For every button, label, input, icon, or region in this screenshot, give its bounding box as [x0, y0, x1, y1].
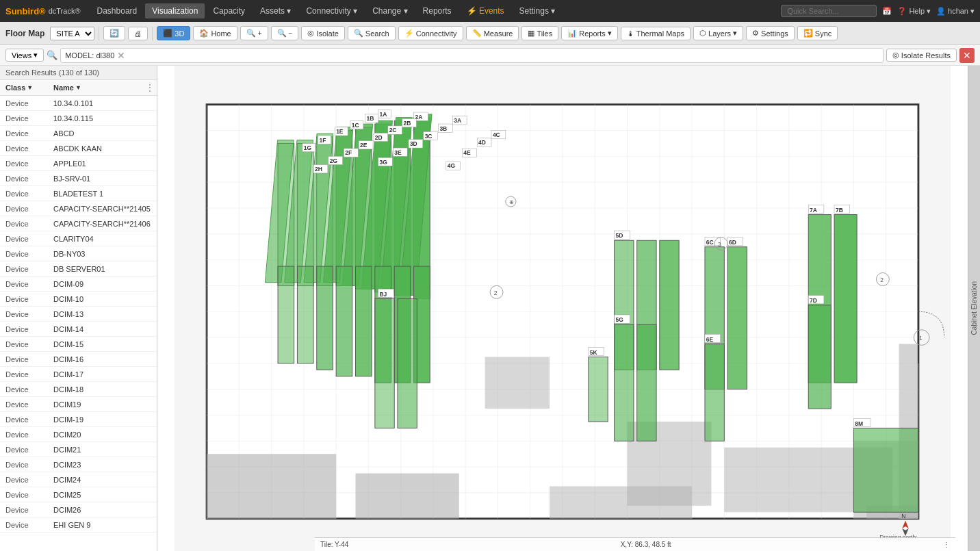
list-item[interactable]: DeviceBJ-SRV-01 [0, 171, 157, 186]
print-icon: 🖨 [134, 29, 142, 38]
list-class: Device [0, 489, 48, 500]
zoom-out-button[interactable]: 🔍− [271, 26, 299, 40]
list-class: Device [0, 444, 48, 455]
svg-rect-82 [637, 324, 656, 441]
home-button[interactable]: 🏠 Home [193, 26, 237, 40]
class-column-header[interactable]: Class ▼ [0, 81, 48, 94]
list-item[interactable]: Device10.34.0.101 [0, 96, 157, 111]
list-class: Device [0, 474, 48, 485]
toolbar: Floor Map SITE A 🔄 🖨 ⬛ 3D 🏠 Home 🔍+ 🔍− ◎… [0, 22, 980, 45]
sync-button[interactable]: 🔁 Sync [797, 26, 838, 40]
list-item[interactable]: DeviceCLARITY04 [0, 231, 157, 246]
list-item[interactable]: DeviceABCD [0, 126, 157, 141]
isolate-results-button[interactable]: ◎ Isolate Results [886, 49, 957, 62]
thermal-maps-button[interactable]: 🌡 Thermal Maps [621, 27, 691, 40]
connectivity-button[interactable]: ⚡ Connectivity [398, 26, 463, 40]
search-toggle-button[interactable]: 🔍 [47, 50, 57, 60]
list-class: Device [0, 264, 48, 274]
list-item[interactable]: DeviceABCDK KAAN [0, 141, 157, 156]
site-selector[interactable]: SITE A [50, 27, 94, 40]
nav-reports[interactable]: Reports [416, 3, 459, 18]
reports-button[interactable]: 📊 Reports ▾ [561, 26, 618, 40]
list-item[interactable]: DeviceDCIM23 [0, 457, 157, 472]
svg-text:7D: 7D [810, 297, 817, 304]
name-column-header[interactable]: Name ▼ [48, 81, 143, 94]
svg-rect-67 [336, 266, 352, 376]
list-item[interactable]: DeviceDCIM-10 [0, 292, 157, 307]
zoom-in-icon: 🔍 [246, 29, 256, 38]
nav-dashboard[interactable]: Dashboard [90, 3, 144, 18]
right-panel-cabinet-elevation[interactable]: Cabinet Elevation [968, 66, 980, 551]
list-item[interactable]: Device10.34.0.115 [0, 111, 157, 126]
views-label: Views [12, 51, 31, 60]
views-button[interactable]: Views ▾ [5, 49, 44, 62]
help-button[interactable]: ❓ Help ▾ [897, 7, 931, 16]
tiles-icon: ▦ [528, 29, 534, 38]
list-item[interactable]: DeviceDCIM-09 [0, 277, 157, 292]
svg-text:8M: 8M [855, 420, 863, 427]
measure-button[interactable]: 📏 Measure [466, 26, 519, 40]
list-item[interactable]: DeviceDCIM-19 [0, 412, 157, 427]
svg-text:2D: 2D [375, 134, 383, 141]
nav-assets[interactable]: Assets ▾ [253, 3, 298, 18]
column-more-button[interactable]: ⋮ [143, 80, 157, 95]
close-search-button[interactable]: ✕ [959, 48, 975, 63]
list-item[interactable]: DeviceDCIM21 [0, 442, 157, 457]
reports-icon: 📊 [567, 29, 577, 38]
list-item[interactable]: DeviceDCIM19 [0, 397, 157, 412]
list-item[interactable]: DeviceDCIM-15 [0, 337, 157, 352]
list-item[interactable]: DeviceAPPLE01 [0, 156, 157, 171]
list-name: DCIM-09 [48, 279, 157, 290]
list-item[interactable]: DeviceDCIM25 [0, 487, 157, 502]
svg-rect-66 [317, 266, 333, 370]
list-item[interactable]: DeviceCAPACITY-SEARCH**21405 [0, 201, 157, 216]
quick-search-input[interactable] [781, 5, 877, 17]
more-options: ⋮ [943, 541, 950, 548]
list-name: DB-NY03 [48, 248, 157, 259]
list-item[interactable]: DeviceDCIM20 [0, 427, 157, 442]
settings-button[interactable]: ⚙ Settings [746, 26, 795, 40]
svg-text:5D: 5D [616, 232, 623, 239]
main-area: Search Results (130 of 130) Class ▼ Name… [0, 66, 980, 551]
status-bar: Tile: Y-44 X,Y: 86.3, 48.5 ft ⋮ [315, 537, 955, 551]
home-icon: 🏠 [199, 29, 209, 38]
nav-change[interactable]: Change ▾ [365, 3, 414, 18]
nav-capacity[interactable]: Capacity [206, 3, 252, 18]
floor-plan-svg[interactable]: BJ 5D 5G 5K [157, 66, 968, 551]
list-item[interactable]: DeviceDB SERVER01 [0, 261, 157, 277]
list-item[interactable]: DeviceCAPACITY-SEARCH**21406 [0, 216, 157, 231]
list-item[interactable]: DeviceDCIM26 [0, 502, 157, 517]
list-class: Device [0, 294, 48, 305]
isolate-results-icon: ◎ [892, 51, 899, 60]
tiles-button[interactable]: ▦ Tiles [521, 26, 558, 40]
list-name: DCIM25 [48, 489, 157, 500]
nav-visualization[interactable]: Visualization [145, 3, 205, 18]
list-item[interactable]: DeviceDCIM-18 [0, 382, 157, 397]
floor-map-label: Floor Map [5, 29, 44, 38]
list-item[interactable]: DeviceDCIM-14 [0, 322, 157, 337]
list-item[interactable]: DeviceDCIM-16 [0, 352, 157, 367]
list-item[interactable]: DeviceBLADETEST 1 [0, 186, 157, 201]
refresh-button[interactable]: 🔄 [103, 26, 125, 40]
search-button[interactable]: 🔍 Search [348, 26, 396, 40]
floor-map-area[interactable]: BJ 5D 5G 5K [157, 66, 968, 551]
svg-text:2B: 2B [403, 120, 411, 127]
list-item[interactable]: DeviceEHI GEN 9 [0, 517, 157, 533]
list-item[interactable]: DeviceDCIM-17 [0, 367, 157, 382]
print-button[interactable]: 🖨 [128, 27, 148, 40]
3d-button[interactable]: ⬛ 3D [157, 26, 190, 40]
user-menu-button[interactable]: 👤 hchan ▾ [936, 7, 975, 16]
list-item[interactable]: DeviceDB-NY03 [0, 246, 157, 261]
list-item[interactable]: DeviceDCIM24 [0, 472, 157, 487]
search-clear-button[interactable]: ✕ [117, 50, 125, 61]
nav-settings[interactable]: Settings ▾ [513, 3, 563, 18]
list-item[interactable]: DeviceDCIM-13 [0, 307, 157, 322]
svg-rect-94 [705, 344, 724, 441]
nav-events[interactable]: ⚡ Events [460, 3, 511, 18]
layers-button[interactable]: ⬡ Layers ▾ [693, 26, 743, 40]
isolate-button[interactable]: ◎ Isolate [301, 26, 344, 40]
zoom-in-button[interactable]: 🔍+ [240, 26, 268, 40]
list-class: Device [0, 158, 48, 169]
calendar-button[interactable]: 📅 [882, 7, 892, 16]
nav-connectivity[interactable]: Connectivity ▾ [299, 3, 364, 18]
